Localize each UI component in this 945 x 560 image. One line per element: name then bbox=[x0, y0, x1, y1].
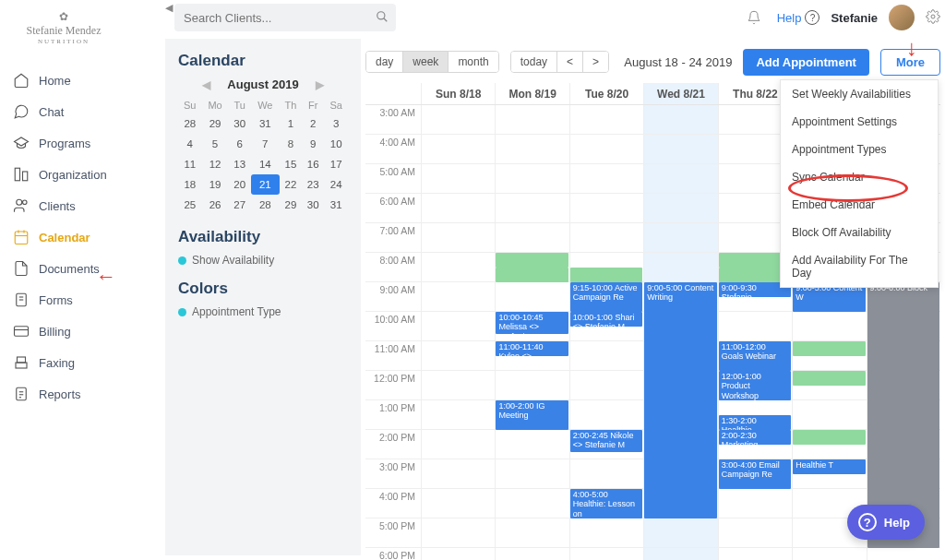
mini-cal-day[interactable]: 27 bbox=[229, 195, 251, 215]
calendar-event[interactable] bbox=[570, 268, 642, 282]
calendar-event[interactable]: 11:00-12:00 Goals Webinar bbox=[719, 341, 791, 371]
nav-item-reports[interactable]: Reports bbox=[13, 378, 148, 410]
mini-cal-day[interactable]: 17 bbox=[324, 154, 348, 174]
calendar-cell[interactable] bbox=[495, 459, 568, 488]
notifications-icon[interactable] bbox=[742, 6, 766, 30]
calendar-cell[interactable] bbox=[421, 371, 495, 399]
calendar-event[interactable] bbox=[793, 341, 865, 356]
dropdown-item-appointment-settings[interactable]: Appointment Settings bbox=[781, 108, 938, 136]
calendar-event[interactable]: 2:00-2:30 Marketing bbox=[719, 430, 791, 445]
calendar-cell[interactable] bbox=[643, 548, 717, 560]
calendar-cell[interactable] bbox=[421, 548, 495, 560]
calendar-cell[interactable] bbox=[718, 489, 792, 518]
calendar-cell[interactable] bbox=[569, 135, 643, 163]
mini-cal-day[interactable]: 31 bbox=[251, 113, 280, 134]
calendar-cell[interactable] bbox=[495, 194, 568, 222]
nav-item-documents[interactable]: Documents bbox=[13, 253, 148, 284]
mini-cal-day[interactable]: 29 bbox=[280, 195, 302, 215]
calendar-cell[interactable] bbox=[718, 518, 792, 547]
nav-item-forms[interactable]: Forms bbox=[13, 284, 148, 316]
mini-cal-day[interactable]: 12 bbox=[202, 154, 229, 174]
calendar-cell[interactable] bbox=[495, 430, 568, 459]
mini-cal-day[interactable]: 2 bbox=[302, 113, 324, 134]
calendar-cell[interactable] bbox=[421, 105, 495, 134]
calendar-event[interactable]: 9:15-10:00 Active Campaign Re bbox=[570, 282, 642, 312]
calendar-cell[interactable] bbox=[643, 194, 717, 222]
avatar[interactable] bbox=[889, 5, 915, 30]
search-input[interactable] bbox=[174, 11, 396, 25]
mini-cal-day[interactable]: 30 bbox=[229, 113, 251, 134]
calendar-cell[interactable] bbox=[495, 164, 568, 193]
mini-cal-day[interactable]: 3 bbox=[324, 113, 348, 134]
view-day-button[interactable]: day bbox=[366, 52, 403, 72]
calendar-event[interactable] bbox=[793, 430, 865, 445]
calendar-cell[interactable] bbox=[421, 194, 495, 222]
mini-cal-day[interactable]: 15 bbox=[280, 154, 302, 174]
calendar-cell[interactable] bbox=[718, 312, 792, 340]
calendar-cell[interactable] bbox=[792, 400, 866, 429]
calendar-cell[interactable] bbox=[421, 253, 495, 281]
next-month-icon[interactable]: ▶ bbox=[308, 78, 331, 91]
show-availability-toggle[interactable]: Show Availability bbox=[178, 254, 348, 267]
calendar-cell[interactable] bbox=[569, 548, 643, 560]
nav-item-home[interactable]: Home bbox=[13, 65, 148, 96]
settings-icon[interactable] bbox=[926, 9, 940, 27]
add-appointment-button[interactable]: Add Appointment bbox=[743, 49, 869, 76]
mini-cal-day[interactable]: 1 bbox=[280, 113, 302, 134]
calendar-cell[interactable] bbox=[421, 223, 495, 252]
calendar-event[interactable]: 3:00-4:00 Email Campaign Re bbox=[719, 459, 791, 489]
calendar-event[interactable]: Healthie T bbox=[793, 459, 865, 474]
view-week-button[interactable]: week bbox=[403, 52, 449, 72]
mini-cal-day[interactable]: 28 bbox=[251, 195, 280, 215]
today-button[interactable]: today bbox=[511, 52, 557, 72]
nav-item-clients[interactable]: Clients bbox=[13, 190, 148, 221]
mini-cal-day[interactable]: 22 bbox=[280, 174, 302, 195]
calendar-event[interactable]: 12:00-1:00 Product Workshop bbox=[719, 371, 791, 400]
dropdown-item-sync-calendar[interactable]: Sync Calendar bbox=[781, 163, 938, 191]
calendar-cell[interactable] bbox=[569, 371, 643, 399]
mini-cal-day[interactable]: 19 bbox=[202, 174, 229, 195]
calendar-cell[interactable] bbox=[792, 312, 866, 340]
mini-cal-day[interactable]: 26 bbox=[202, 195, 229, 215]
calendar-cell[interactable] bbox=[643, 518, 717, 547]
nav-item-organization[interactable]: Organization bbox=[13, 159, 148, 190]
mini-cal-day[interactable]: 28 bbox=[178, 113, 202, 134]
nav-item-billing[interactable]: Billing bbox=[13, 316, 148, 347]
mini-cal-day[interactable]: 30 bbox=[302, 195, 324, 215]
calendar-cell[interactable] bbox=[421, 489, 495, 518]
calendar-cell[interactable] bbox=[569, 400, 643, 429]
calendar-cell[interactable] bbox=[569, 105, 643, 134]
calendar-cell[interactable] bbox=[421, 312, 495, 340]
calendar-event[interactable]: 4:00-5:00 Healthie: Lesson on bbox=[570, 489, 642, 518]
calendar-event[interactable]: 10:00-1:00 Shari <> Stefanie M bbox=[570, 312, 642, 327]
calendar-cell[interactable] bbox=[421, 341, 495, 370]
calendar-cell[interactable] bbox=[643, 135, 717, 163]
calendar-cell[interactable] bbox=[495, 489, 568, 518]
calendar-cell[interactable] bbox=[569, 194, 643, 222]
calendar-cell[interactable] bbox=[569, 518, 643, 547]
mini-cal-day[interactable]: 24 bbox=[324, 174, 348, 195]
calendar-cell[interactable] bbox=[421, 518, 495, 547]
dropdown-item-add-availability-for-the-day[interactable]: Add Availability For The Day bbox=[781, 246, 938, 287]
mini-cal-day[interactable]: 29 bbox=[202, 113, 229, 134]
calendar-cell[interactable] bbox=[421, 164, 495, 193]
calendar-cell[interactable] bbox=[421, 430, 495, 459]
mini-cal-day[interactable]: 13 bbox=[229, 154, 251, 174]
calendar-cell[interactable] bbox=[495, 105, 568, 134]
calendar-event[interactable]: 11:00-11:40 Kylee <> bbox=[496, 341, 568, 356]
next-button[interactable]: > bbox=[583, 52, 608, 72]
dropdown-item-appointment-types[interactable]: Appointment Types bbox=[781, 136, 938, 163]
mini-cal-day[interactable]: 9 bbox=[302, 134, 324, 154]
calendar-event[interactable]: 2:00-2:45 Nikole <> Stefanie M bbox=[570, 430, 642, 452]
help-fab[interactable]: ? Help bbox=[847, 505, 925, 540]
calendar-event[interactable]: 1:00-2:00 IG Meeting bbox=[496, 400, 568, 430]
calendar-cell[interactable] bbox=[495, 371, 568, 399]
mini-cal-day[interactable]: 25 bbox=[178, 195, 202, 215]
mini-cal-day[interactable]: 8 bbox=[280, 134, 302, 154]
mini-cal-day[interactable]: 20 bbox=[229, 174, 251, 195]
help-link[interactable]: Help? bbox=[777, 10, 820, 25]
calendar-cell[interactable] bbox=[867, 548, 940, 560]
calendar-cell[interactable] bbox=[495, 135, 568, 163]
calendar-cell[interactable] bbox=[643, 164, 717, 193]
user-name[interactable]: Stefanie bbox=[831, 11, 878, 25]
